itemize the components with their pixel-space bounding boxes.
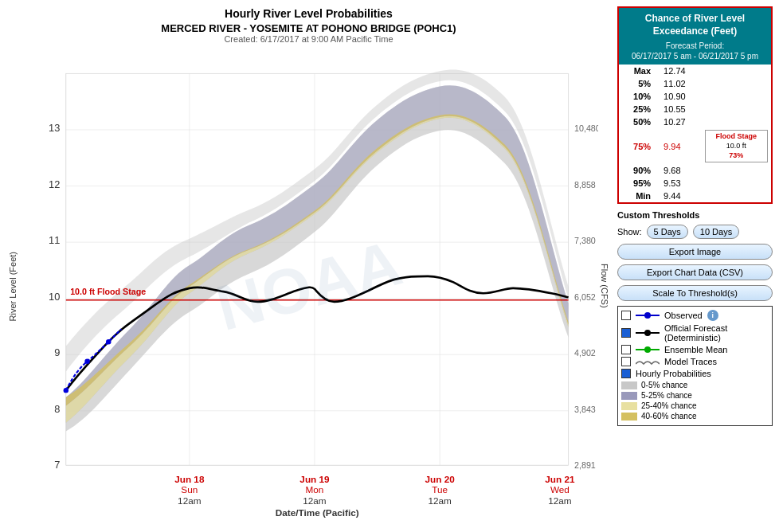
svg-point-47: [644, 312, 651, 319]
flood-stage-percent: 73%: [707, 151, 765, 161]
right-panel: Chance of River LevelExceedance (Feet) F…: [617, 6, 773, 526]
svg-point-45: [106, 339, 111, 344]
observed-line-icon: [636, 311, 660, 319]
table-row: Min 9.44: [619, 190, 771, 202]
ensemble-line-icon: [636, 346, 660, 354]
svg-point-51: [644, 346, 651, 353]
table-row: 10% 10.90: [619, 90, 771, 103]
svg-text:Date/Time (Pacific): Date/Time (Pacific): [276, 507, 359, 518]
model-traces-label: Model Traces: [664, 357, 717, 366]
legend-ensemble: Ensemble Mean: [621, 345, 769, 354]
forecast-period: Forecast Period: 06/17/2017 5 am - 06/21…: [619, 39, 771, 65]
exceedance-table-wrapper: Chance of River LevelExceedance (Feet) F…: [617, 6, 773, 204]
main-container: Hourly River Level Probabilities MERCED …: [0, 0, 779, 532]
svg-text:Tue: Tue: [432, 484, 448, 495]
svg-point-49: [644, 330, 651, 336]
chart-svg: 7 8 9 10 11 12 13 2,891 3,843 4,902 6,05…: [19, 47, 598, 526]
chart-created: Created: 6/17/2017 at 9:00 AM Pacific Ti…: [6, 34, 611, 44]
chart-svg-container: NOAA: [19, 47, 598, 526]
prob-swatch-0-5: [621, 381, 637, 389]
forecast-checkbox[interactable]: [621, 328, 631, 338]
prob-label-5-25: 5-25% chance: [641, 391, 692, 400]
svg-text:Mon: Mon: [306, 484, 324, 495]
legend-hourly-probs-header: Hourly Probabilities: [621, 369, 769, 378]
scale-threshold-button[interactable]: Scale To Threshold(s): [617, 285, 773, 301]
chart-title: Hourly River Level Probabilities: [6, 6, 611, 22]
svg-text:7,380: 7,380: [574, 236, 596, 245]
show-days-row: Show: 5 Days 10 Days: [617, 225, 773, 239]
forecast-label: Official Forecast(Deterministic): [664, 323, 727, 342]
svg-text:3,843: 3,843: [574, 405, 596, 414]
svg-text:Wed: Wed: [550, 484, 570, 495]
prob-label-0-5: 0-5% chance: [641, 381, 687, 389]
ensemble-checkbox[interactable]: [621, 345, 631, 354]
prob-legend-25-40: 25-40% chance: [621, 401, 769, 410]
svg-text:6,052: 6,052: [574, 291, 596, 301]
y-axis-right-label: Flow (CFS): [598, 47, 611, 526]
model-traces-checkbox[interactable]: [621, 357, 631, 366]
prob-swatch-40-60: [621, 413, 637, 421]
legend-forecast: Official Forecast(Deterministic): [621, 323, 769, 342]
exceedance-header: Chance of River LevelExceedance (Feet): [619, 8, 771, 39]
chart-area: Hourly River Level Probabilities MERCED …: [6, 6, 611, 526]
svg-text:12am: 12am: [548, 495, 572, 506]
svg-text:13: 13: [49, 122, 60, 134]
svg-text:2,891: 2,891: [574, 460, 596, 470]
flood-stage-value: 10.0 ft: [707, 142, 765, 151]
hourly-probs-label: Hourly Probabilities: [636, 369, 711, 378]
chart-subtitle: MERCED RIVER - YOSEMITE AT POHONO BRIDGE…: [6, 22, 611, 34]
export-image-button[interactable]: Export Image: [617, 244, 773, 260]
custom-thresholds-label: Custom Thresholds: [617, 210, 773, 220]
y-axis-left-label: River Level (Feet): [6, 47, 19, 526]
svg-point-44: [84, 358, 89, 363]
ensemble-label: Ensemble Mean: [664, 345, 728, 354]
chart-wrapper: River Level (Feet) NOAA: [6, 47, 611, 526]
svg-text:4,902: 4,902: [574, 348, 596, 358]
show-label: Show:: [617, 227, 642, 237]
svg-text:10,480: 10,480: [574, 123, 598, 133]
model-traces-icon: [636, 358, 660, 366]
10-days-button[interactable]: 10 Days: [693, 225, 739, 239]
exceedance-table: Max 12.74 5% 11.02 10% 10.90 25% 10.55: [619, 65, 771, 202]
svg-text:12am: 12am: [178, 495, 202, 506]
legend-model-traces: Model Traces: [621, 357, 769, 366]
svg-text:Jun 19: Jun 19: [299, 473, 330, 483]
observed-label: Observed: [664, 311, 703, 320]
flood-stage-label: Flood Stage: [707, 132, 765, 142]
svg-text:Sun: Sun: [181, 484, 198, 495]
export-csv-button[interactable]: Export Chart Data (CSV): [617, 264, 773, 280]
svg-text:8,858: 8,858: [574, 179, 596, 189]
table-row: 50% 10.27: [619, 115, 771, 128]
svg-text:9: 9: [54, 346, 60, 358]
svg-text:Jun 21: Jun 21: [545, 473, 575, 483]
svg-text:12am: 12am: [303, 495, 327, 506]
table-row: 25% 10.55: [619, 103, 771, 115]
prob-swatch-5-25: [621, 392, 637, 400]
prob-legend-5-25: 5-25% chance: [621, 391, 769, 400]
table-row: 5% 11.02: [619, 77, 771, 90]
table-row: 75% 9.94 Flood Stage 10.0 ft 73%: [619, 128, 771, 164]
observed-checkbox[interactable]: [621, 311, 631, 320]
svg-text:Jun 18: Jun 18: [174, 473, 205, 483]
svg-text:Jun 20: Jun 20: [425, 473, 456, 483]
forecast-line-icon: [636, 329, 660, 337]
svg-text:7: 7: [54, 459, 60, 471]
prob-label-40-60: 40-60% chance: [641, 412, 697, 421]
prob-legend-40-60: 40-60% chance: [621, 412, 769, 421]
5-days-button[interactable]: 5 Days: [647, 225, 688, 239]
prob-label-25-40: 25-40% chance: [641, 401, 697, 410]
prob-swatch-25-40: [621, 402, 637, 410]
table-row: 90% 9.68: [619, 164, 771, 177]
svg-text:12: 12: [49, 178, 60, 190]
legend-box: Observed i Official Forecast(Determinist…: [617, 306, 773, 426]
info-icon[interactable]: i: [707, 310, 718, 321]
svg-text:10.0 ft Flood Stage: 10.0 ft Flood Stage: [70, 287, 146, 296]
svg-point-43: [64, 388, 69, 393]
hourly-probs-checkbox[interactable]: [621, 369, 631, 378]
table-row: Max 12.74: [619, 65, 771, 77]
svg-text:8: 8: [54, 403, 60, 415]
table-row: 95% 9.53: [619, 177, 771, 190]
svg-text:10: 10: [49, 290, 60, 302]
svg-text:12am: 12am: [428, 495, 452, 506]
prob-legend-0-5: 0-5% chance: [621, 381, 769, 389]
